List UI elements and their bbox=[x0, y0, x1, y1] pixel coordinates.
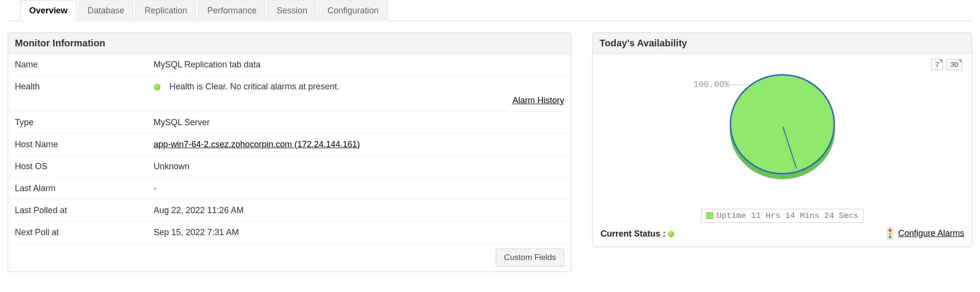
value-last-alarm: - bbox=[147, 178, 571, 200]
value-name: MySQL Replication tab data bbox=[147, 54, 571, 76]
tab-configuration[interactable]: Configuration bbox=[318, 0, 388, 21]
value-type: MySQL Server bbox=[147, 112, 571, 134]
label-host-name: Host Name bbox=[8, 134, 147, 156]
availability-title: Today's Availability bbox=[593, 33, 972, 54]
legend-swatch-icon bbox=[706, 212, 713, 219]
label-last-polled: Last Polled at bbox=[8, 200, 147, 222]
host-name-link[interactable]: app-win7-64-2.csez.zohocorpin.com (172.2… bbox=[154, 140, 360, 149]
monitor-info-title: Monitor Information bbox=[8, 33, 571, 54]
range-30-label: 30 bbox=[950, 61, 958, 68]
configure-alarms-link[interactable]: Configure Alarms bbox=[898, 228, 964, 238]
pie-icon bbox=[730, 74, 835, 179]
tab-overview[interactable]: Overview bbox=[20, 0, 77, 21]
corner-icon bbox=[958, 60, 961, 63]
monitor-info-table: Name MySQL Replication tab data Health H… bbox=[8, 54, 571, 243]
monitor-info-panel: Monitor Information Name MySQL Replicati… bbox=[8, 32, 571, 272]
table-row: Last Alarm - bbox=[8, 178, 571, 200]
range-30-button[interactable]: 30 bbox=[946, 59, 962, 70]
tab-session[interactable]: Session bbox=[267, 0, 316, 21]
table-row: Host Name app-win7-64-2.csez.zohocorpin.… bbox=[8, 134, 571, 156]
tabs: Overview Database Replication Performanc… bbox=[8, 0, 972, 21]
label-name: Name bbox=[8, 54, 147, 76]
traffic-light-icon bbox=[887, 227, 893, 240]
chart-legend: Uptime 11 Hrs 14 Mins 24 Secs bbox=[701, 209, 864, 223]
range-7-label: 7 bbox=[935, 61, 939, 68]
availability-chart: 100.00% bbox=[598, 70, 967, 204]
legend-text: Uptime 11 Hrs 14 Mins 24 Secs bbox=[717, 211, 858, 220]
range-buttons: 7 30 bbox=[598, 54, 967, 70]
pie-percent-label: 100.00% bbox=[693, 80, 730, 89]
label-host-os: Host OS bbox=[8, 156, 147, 178]
tab-database[interactable]: Database bbox=[78, 0, 134, 21]
value-last-polled: Aug 22, 2022 11:26 AM bbox=[147, 200, 571, 222]
table-row: Next Poll at Sep 15, 2022 7:31 AM bbox=[8, 222, 571, 244]
corner-icon bbox=[939, 60, 942, 63]
custom-fields-button[interactable]: Custom Fields bbox=[496, 249, 564, 267]
table-row: Health Health is Clear. No critical alar… bbox=[8, 76, 571, 112]
table-row: Host OS Unknown bbox=[8, 156, 571, 178]
value-host-os: Unknown bbox=[147, 156, 571, 178]
label-next-poll: Next Poll at bbox=[8, 222, 147, 244]
tab-performance[interactable]: Performance bbox=[198, 0, 266, 21]
label-last-alarm: Last Alarm bbox=[8, 178, 147, 200]
tab-replication[interactable]: Replication bbox=[135, 0, 196, 21]
table-row: Last Polled at Aug 22, 2022 11:26 AM bbox=[8, 200, 571, 222]
availability-panel: Today's Availability 7 30 100.00% bbox=[592, 32, 972, 247]
label-health: Health bbox=[8, 76, 147, 112]
health-status-icon bbox=[154, 84, 160, 90]
current-status-label: Current Status : bbox=[601, 229, 666, 238]
value-next-poll: Sep 15, 2022 7:31 AM bbox=[147, 222, 571, 244]
alarm-history-link[interactable]: Alarm History bbox=[512, 96, 564, 105]
current-status-icon bbox=[668, 231, 674, 237]
range-7-button[interactable]: 7 bbox=[931, 59, 944, 70]
table-row: Type MySQL Server bbox=[8, 112, 571, 134]
health-status-text: Health is Clear. No critical alarms at p… bbox=[169, 82, 339, 91]
table-row: Name MySQL Replication tab data bbox=[8, 54, 571, 76]
value-health: Health is Clear. No critical alarms at p… bbox=[147, 76, 571, 112]
label-type: Type bbox=[8, 112, 147, 134]
